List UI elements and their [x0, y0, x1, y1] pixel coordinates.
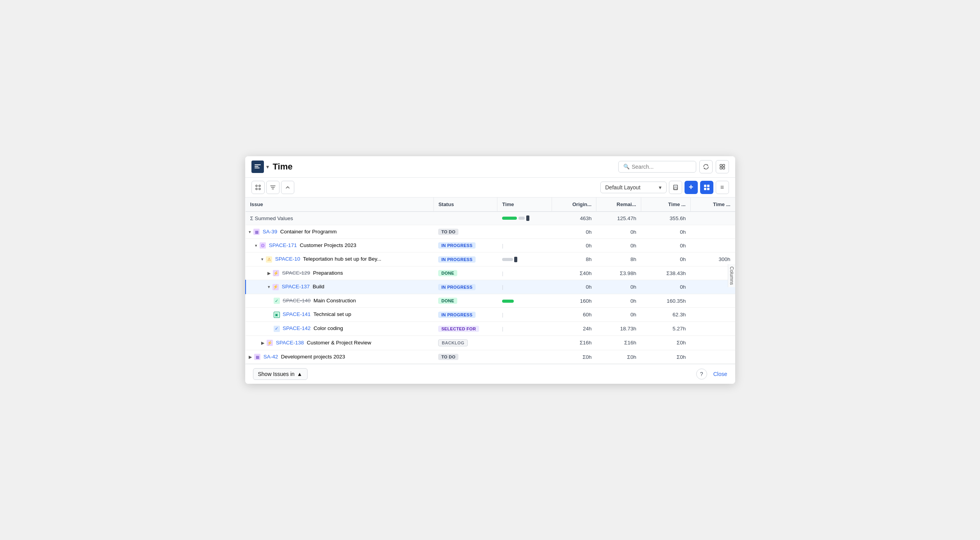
time-cell: |	[497, 239, 552, 252]
summed-label: Σ Summed Values	[250, 215, 293, 221]
issue-id[interactable]: SPACE-10	[275, 256, 300, 262]
issue-id[interactable]: SPACE-171	[269, 242, 297, 248]
issue-cell[interactable]: ▾ ⊙ SPACE-171 Customer Projects 2023	[246, 239, 434, 252]
chevron-up-icon: ▲	[297, 371, 302, 377]
issue-cell[interactable]: ▣ SPACE-141 Technical set up	[246, 308, 434, 322]
table-row[interactable]: ▾ ▦ SA-39 Container for Programm TO DO 0…	[246, 225, 735, 239]
table-row[interactable]: ✓ SPACE-142 Color coding SELECTED FOR | …	[246, 322, 735, 336]
issue-cell[interactable]: ▶ ⚡ SPACE-138 Customer & Project Review	[246, 335, 434, 350]
issue-id[interactable]: SPACE-137	[282, 284, 310, 289]
col-header-origin[interactable]: Origin...	[552, 198, 596, 212]
origin-cell: Σ0h	[552, 350, 596, 364]
header-chevron[interactable]: ▾	[266, 164, 269, 170]
refresh-button[interactable]	[699, 160, 713, 173]
view-button[interactable]	[700, 181, 713, 194]
time1-cell: Σ0h	[641, 335, 690, 350]
expand-icon[interactable]: ▾	[255, 243, 257, 248]
table-row[interactable]: ▶ ▦ SA-42 Development projects 2023 TO D…	[246, 350, 735, 364]
time-bar	[502, 257, 547, 262]
progress-pin	[526, 215, 529, 221]
svg-rect-4	[723, 164, 725, 166]
issue-id[interactable]: SA-39	[263, 229, 278, 235]
col-header-time3[interactable]: Time ...	[690, 198, 735, 212]
expand-icon[interactable]: ▾	[261, 257, 264, 261]
add-button[interactable]: +	[685, 181, 698, 194]
origin-cell: 0h	[552, 239, 596, 252]
page-title: Time	[273, 162, 293, 172]
issue-id[interactable]: SPACE-140	[283, 298, 311, 304]
expand-icon[interactable]: ▾	[249, 229, 251, 234]
layout-dropdown[interactable]: Default Layout ▾	[600, 182, 667, 193]
issue-cell[interactable]: ✓ SPACE-142 Color coding	[246, 322, 434, 336]
status-badge: SELECTED FOR	[438, 326, 479, 332]
issue-cell[interactable]: ▾ ⚠ SPACE-10 Teleportation hub set up fo…	[246, 252, 434, 266]
expand-icon[interactable]: ▶	[249, 355, 252, 359]
status-cell: TO DO	[433, 350, 497, 364]
issue-cell[interactable]: ✓ SPACE-140 Main Construction	[246, 294, 434, 308]
issue-name: Teleportation hub set up for Bey...	[303, 256, 381, 262]
col-header-issue[interactable]: Issue	[246, 198, 434, 212]
table-row[interactable]: ▶ ⚡ SPACE-129 Preparations DONE | Σ40h Σ…	[246, 266, 735, 280]
search-box[interactable]: 🔍	[618, 161, 696, 173]
time-cell	[497, 350, 552, 364]
group-button[interactable]	[251, 181, 265, 194]
table-container: Issue Status Time Origin... Remai... Tim…	[245, 198, 735, 364]
issue-name: Build	[313, 284, 324, 289]
search-input[interactable]	[632, 164, 691, 170]
search-icon: 🔍	[623, 164, 630, 169]
expand-button[interactable]	[716, 160, 729, 173]
show-issues-button[interactable]: Show Issues in ▲	[253, 368, 308, 380]
table-row[interactable]: ▶ ⚡ SPACE-138 Customer & Project Review …	[246, 335, 735, 350]
table-row[interactable]: ▾ ⊙ SPACE-171 Customer Projects 2023 IN …	[246, 239, 735, 252]
close-button[interactable]: Close	[713, 371, 727, 377]
header: ▾ Time 🔍	[245, 156, 735, 178]
issue-id[interactable]: SPACE-138	[276, 340, 304, 346]
sort-button[interactable]	[281, 181, 294, 194]
col-header-time2[interactable]: Time ...	[641, 198, 690, 212]
status-cell: DONE	[433, 266, 497, 280]
origin-cell: 0h	[552, 280, 596, 294]
issue-cell[interactable]: ▾ ▦ SA-39 Container for Programm	[246, 225, 434, 239]
status-cell: IN PROGRESS	[433, 239, 497, 252]
remain-cell: Σ16h	[596, 335, 641, 350]
issue-cell[interactable]: ▾ ⚡ SPACE-137 Build	[246, 280, 434, 294]
col-header-remain[interactable]: Remai...	[596, 198, 641, 212]
remain-cell: 0h	[596, 280, 641, 294]
origin-cell: 160h	[552, 294, 596, 308]
origin-cell: Σ40h	[552, 266, 596, 280]
issue-id[interactable]: SPACE-142	[283, 325, 311, 331]
issue-name: Customer & Project Review	[307, 340, 371, 346]
status-badge: TO DO	[438, 229, 458, 235]
table-row[interactable]: ▾ ⚠ SPACE-10 Teleportation hub set up fo…	[246, 252, 735, 266]
status-badge: IN PROGRESS	[438, 242, 476, 249]
issue-cell[interactable]: ▶ ⚡ SPACE-129 Preparations	[246, 266, 434, 280]
save-button[interactable]	[669, 181, 682, 194]
time-divider: |	[502, 284, 504, 290]
remain-cell: 18.73h	[596, 322, 641, 336]
help-button[interactable]: ?	[696, 369, 707, 379]
issue-id[interactable]: SPACE-129	[282, 270, 310, 276]
time-divider: |	[502, 326, 504, 332]
issue-id[interactable]: SPACE-141	[283, 311, 311, 317]
col-header-status[interactable]: Status	[433, 198, 497, 212]
menu-button[interactable]: ≡	[716, 181, 729, 194]
svg-point-7	[256, 185, 257, 187]
filter-button[interactable]	[266, 181, 279, 194]
table-row[interactable]: ✓ SPACE-140 Main Construction DONE 160h …	[246, 294, 735, 308]
svg-rect-0	[255, 164, 261, 165]
svg-rect-16	[674, 188, 677, 189]
col-header-time[interactable]: Time	[497, 198, 552, 212]
time1-cell: 0h	[641, 225, 690, 239]
progress-gray	[518, 217, 525, 220]
expand-icon[interactable]: ▶	[261, 341, 264, 345]
columns-label[interactable]: Columns	[728, 264, 735, 287]
issue-id[interactable]: SA-42	[264, 354, 278, 360]
status-cell: BACKLOG	[433, 335, 497, 350]
expand-icon[interactable]: ▶	[267, 271, 271, 275]
expand-icon[interactable]: ▾	[268, 284, 270, 289]
issue-cell[interactable]: ▶ ▦ SA-42 Development projects 2023	[246, 350, 434, 364]
time2-cell	[690, 350, 735, 364]
table-row[interactable]: ▣ SPACE-141 Technical set up IN PROGRESS…	[246, 308, 735, 322]
table-row[interactable]: ▾ ⚡ SPACE-137 Build IN PROGRESS | 0h 0h …	[246, 280, 735, 294]
time2-cell	[690, 239, 735, 252]
